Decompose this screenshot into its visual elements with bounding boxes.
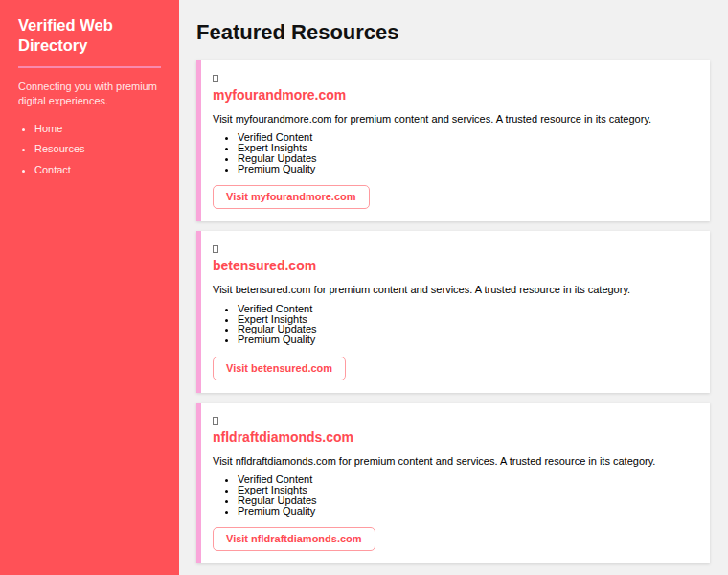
missing-glyph-icon bbox=[213, 75, 218, 82]
feature-item: Premium Quality bbox=[238, 164, 694, 174]
feature-list: Verified Content Expert Insights Regular… bbox=[213, 132, 694, 173]
resource-description: Visit myfourandmore.com for premium cont… bbox=[213, 112, 694, 126]
site-tagline: Connecting you with premium digital expe… bbox=[18, 80, 161, 108]
visit-site-button[interactable]: Visit nfldraftdiamonds.com bbox=[213, 527, 375, 551]
resource-card: betensured.com Visit betensured.com for … bbox=[196, 231, 710, 392]
feature-list: Verified Content Expert Insights Regular… bbox=[213, 474, 694, 516]
resource-card: myfourandmore.com Visit myfourandmore.co… bbox=[196, 60, 710, 221]
resource-card: nfldraftdiamonds.com Visit nfldraftdiamo… bbox=[196, 402, 710, 564]
resource-description: Visit betensured.com for premium content… bbox=[213, 283, 694, 296]
feature-list: Verified Content Expert Insights Regular… bbox=[213, 304, 694, 345]
sidebar: Verified Web Directory Connecting you wi… bbox=[0, 0, 179, 575]
page-title: Featured Resources bbox=[196, 20, 710, 45]
sidebar-item-home[interactable]: Home bbox=[34, 123, 161, 134]
main-content: Featured Resources myfourandmore.com Vis… bbox=[179, 0, 728, 575]
resource-title: betensured.com bbox=[213, 258, 694, 273]
missing-glyph-icon bbox=[213, 417, 218, 425]
sidebar-nav: Home Resources Contact bbox=[18, 123, 161, 175]
feature-item: Premium Quality bbox=[238, 334, 694, 345]
resource-description: Visit nfldraftdiamonds.com for premium c… bbox=[213, 454, 694, 468]
sidebar-item-contact[interactable]: Contact bbox=[34, 164, 161, 175]
sidebar-item-resources[interactable]: Resources bbox=[34, 143, 161, 154]
visit-site-button[interactable]: Visit betensured.com bbox=[213, 356, 346, 380]
resource-title: myfourandmore.com bbox=[213, 87, 694, 103]
visit-site-button[interactable]: Visit myfourandmore.com bbox=[213, 185, 370, 209]
feature-item: Premium Quality bbox=[238, 506, 694, 517]
resource-title: nfldraftdiamonds.com bbox=[213, 429, 694, 445]
feature-item: Verified Content bbox=[238, 304, 694, 314]
site-title: Verified Web Directory bbox=[18, 15, 161, 68]
missing-glyph-icon bbox=[213, 245, 218, 253]
